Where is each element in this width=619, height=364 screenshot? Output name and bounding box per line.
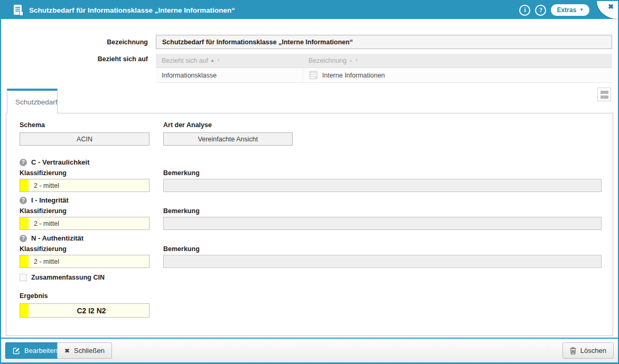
relation-label: Bezieht sich auf xyxy=(1,55,148,63)
informationsklasse-icon xyxy=(309,71,318,80)
section-n-title: N - Authentizität xyxy=(31,234,83,242)
schutzbedarf-panel: Schema ACIN Art der Analyse Vereinfachte… xyxy=(6,113,613,336)
klassifizierung-label: Klassifizierung xyxy=(20,245,67,253)
bemerkung-field-n xyxy=(163,255,602,268)
ergebnis-label: Ergebnis xyxy=(20,292,48,300)
section-c-title: C - Vertraulichkeit xyxy=(31,158,90,166)
edit-button-label: Bearbeiten xyxy=(24,347,58,355)
bezeichnung-label: Bezeichnung xyxy=(1,39,148,46)
section-i-title: I - Integrität xyxy=(31,196,69,204)
classification-color-bar xyxy=(20,255,29,267)
bemerkung-label: Bemerkung xyxy=(163,207,200,215)
info-icon[interactable]: i xyxy=(519,5,530,16)
klassifizierung-label: Klassifizierung xyxy=(20,169,67,177)
zusammenfassung-cin-label: Zusammenfassung CIN xyxy=(31,274,105,281)
extras-label: Extras xyxy=(557,6,576,14)
analyse-value: Vereinfachte Ansicht xyxy=(198,136,258,143)
zusammenfassung-cin-checkbox[interactable] xyxy=(20,274,27,281)
result-color-bar xyxy=(20,304,29,317)
klassifizierung-label: Klassifizierung xyxy=(20,207,67,215)
table-row[interactable]: Informationsklasse Interne Informationen xyxy=(156,68,612,83)
help-icon[interactable]: ? xyxy=(20,159,27,166)
close-x-icon: ✖ xyxy=(64,347,70,355)
klassifizierung-field-i: 2 - mittel xyxy=(20,217,149,230)
tab-schutzbedarf-label: Schutzbedarf xyxy=(15,98,58,106)
delete-button[interactable]: Löschen xyxy=(562,342,614,359)
schema-field: ACIN xyxy=(20,132,149,146)
ergebnis-field: C2 I2 N2 xyxy=(20,303,149,318)
page-title: Schutzbedarf für Informationsklasse „Int… xyxy=(29,6,235,14)
footer-toolbar: Bearbeiten ✖ Schließen Löschen xyxy=(1,338,618,362)
analyse-label: Art der Analyse xyxy=(163,121,212,129)
tab-schutzbedarf[interactable]: Schutzbedarf xyxy=(7,89,58,113)
sort-desc-icon[interactable]: ▼ xyxy=(354,59,358,63)
delete-button-label: Löschen xyxy=(580,347,606,355)
sort-asc-icon[interactable]: ▲ xyxy=(210,59,214,63)
sort-desc-icon[interactable]: ▼ xyxy=(216,59,220,63)
classification-color-bar xyxy=(20,217,29,229)
sort-asc-icon[interactable]: ▲ xyxy=(349,59,352,63)
titlebar: Schutzbedarf für Informationsklasse „Int… xyxy=(1,1,618,19)
relation-column-name-label: Bezeichnung xyxy=(308,57,346,64)
section-i-header: ? I - Integrität xyxy=(20,196,69,204)
relation-row-name-cell: Interne Informationen xyxy=(303,68,612,82)
klassifizierung-value-n: 2 - mittel xyxy=(34,258,59,265)
close-icon[interactable]: ✖ xyxy=(608,3,614,11)
relation-table: Bezieht sich auf ▲ ▼ Bezeichnung ▲ ▼ Inf… xyxy=(156,54,612,83)
klassifizierung-field-n: 2 - mittel xyxy=(20,255,149,268)
edit-icon xyxy=(13,347,20,355)
close-button-label: Schließen xyxy=(74,347,105,355)
relation-row-name: Interne Informationen xyxy=(322,72,385,79)
rows-bar xyxy=(601,91,608,94)
bemerkung-label: Bemerkung xyxy=(163,169,200,177)
section-n-header: ? N - Authentizität xyxy=(20,234,83,242)
dialog-body: Bezeichnung Schutzbedarf für Information… xyxy=(1,19,618,338)
chevron-down-icon: ▼ xyxy=(579,8,584,12)
bezeichnung-value: Schutzbedarf für Informationsklasse „Int… xyxy=(162,39,353,46)
help-icon[interactable]: ? xyxy=(535,5,546,16)
dialog-window: Schutzbedarf für Informationsklasse „Int… xyxy=(0,0,619,364)
analyse-field: Vereinfachte Ansicht xyxy=(163,132,293,146)
titlebar-actions: i ? Extras ▼ xyxy=(519,4,589,16)
bemerkung-field-i xyxy=(163,217,602,230)
relation-column-type-label: Bezieht sich auf xyxy=(162,57,208,64)
relation-table-header: Bezieht sich auf ▲ ▼ Bezeichnung ▲ ▼ xyxy=(156,54,612,68)
layout-rows-icon[interactable] xyxy=(597,88,611,101)
rows-bar xyxy=(601,95,608,99)
ergebnis-value: C2 I2 N2 xyxy=(77,306,106,315)
schema-value: ACIN xyxy=(77,136,92,143)
relation-row-type: Informationsklasse xyxy=(156,72,303,79)
edit-button[interactable]: Bearbeiten xyxy=(5,342,65,359)
relation-column-type[interactable]: Bezieht sich auf ▲ ▼ xyxy=(156,57,303,64)
klassifizierung-field-c: 2 - mittel xyxy=(20,179,149,192)
document-icon xyxy=(14,5,23,15)
bemerkung-label: Bemerkung xyxy=(163,245,200,253)
help-icon[interactable]: ? xyxy=(20,235,27,242)
close-button[interactable]: ✖ Schließen xyxy=(57,342,112,359)
bezeichnung-field: Schutzbedarf für Informationsklasse „Int… xyxy=(156,35,612,49)
klassifizierung-value-c: 2 - mittel xyxy=(34,182,59,189)
trash-icon xyxy=(570,347,576,355)
schema-label: Schema xyxy=(20,121,45,129)
relation-column-name[interactable]: Bezeichnung ▲ ▼ xyxy=(303,57,612,64)
extras-dropdown-button[interactable]: Extras ▼ xyxy=(551,4,589,16)
klassifizierung-value-i: 2 - mittel xyxy=(34,220,59,227)
classification-color-bar xyxy=(20,179,29,191)
section-c-header: ? C - Vertraulichkeit xyxy=(20,158,90,166)
bemerkung-field-c xyxy=(163,179,602,192)
help-icon[interactable]: ? xyxy=(20,197,27,204)
